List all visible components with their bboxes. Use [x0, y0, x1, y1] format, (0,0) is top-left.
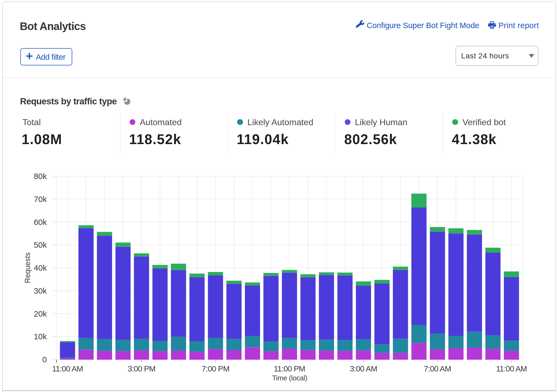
svg-text:11:00 AM: 11:00 AM: [496, 364, 527, 373]
svg-text:11:00 PM: 11:00 PM: [274, 364, 305, 373]
svg-text:11:00 AM: 11:00 AM: [52, 364, 83, 373]
svg-text:3:00 AM: 3:00 AM: [350, 364, 377, 373]
svg-text:20k: 20k: [34, 309, 47, 318]
svg-text:50k: 50k: [34, 240, 47, 249]
svg-text:40k: 40k: [34, 263, 47, 272]
svg-text:7:00 AM: 7:00 AM: [424, 364, 451, 373]
svg-text:3:00 PM: 3:00 PM: [128, 364, 155, 373]
svg-text:10k: 10k: [34, 332, 47, 341]
svg-text:0: 0: [42, 355, 47, 364]
svg-text:Time (local): Time (local): [272, 374, 307, 382]
svg-text:30k: 30k: [34, 286, 47, 295]
svg-text:60k: 60k: [34, 218, 47, 227]
svg-text:7:00 PM: 7:00 PM: [202, 364, 229, 373]
svg-text:Requests: Requests: [24, 252, 32, 283]
svg-text:80k: 80k: [34, 172, 47, 181]
svg-text:70k: 70k: [34, 195, 47, 204]
